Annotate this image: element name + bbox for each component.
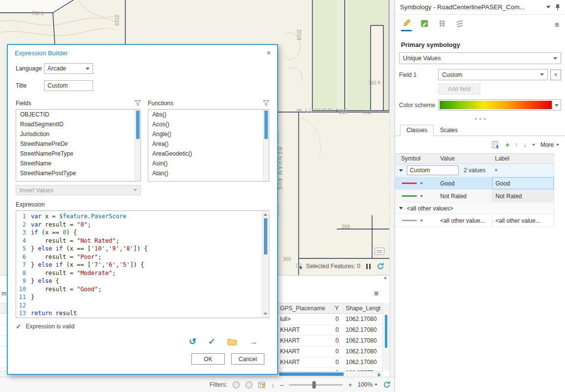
export-expression-icon[interactable]: → (249, 337, 258, 347)
value-cell[interactable]: <all other value... (440, 217, 492, 224)
class-row[interactable]: <all other value... <all other value... (395, 214, 554, 227)
chevron-down-icon[interactable] (420, 195, 423, 197)
function-item[interactable]: Asin() (148, 159, 262, 168)
class-group-row[interactable]: Custom 2 values × (395, 164, 554, 177)
zoom-in-button[interactable]: + (348, 381, 352, 389)
function-item[interactable]: Angle() (148, 129, 262, 139)
table-menu-icon[interactable]: ≡ (374, 289, 378, 298)
group-name-input[interactable]: Custom (407, 165, 459, 175)
code-line[interactable]: 7} else if (x == ['7','6','5']) { (16, 261, 262, 269)
tab-primary-symbology[interactable] (401, 19, 412, 31)
all-other-values-group[interactable]: <all other values> (395, 203, 554, 214)
panel-menu-chevron[interactable] (546, 6, 550, 8)
panel-options-icon[interactable]: ≡ (555, 21, 559, 29)
open-folder-icon[interactable] (227, 338, 237, 346)
remove-field-button[interactable]: × (550, 69, 561, 80)
code-line[interactable]: 5} else if (x == ['10','9','8']) { (16, 245, 262, 253)
chevron-down-icon[interactable] (420, 183, 423, 184)
scrollbar[interactable] (135, 110, 141, 181)
field1-dropdown[interactable]: Custom (438, 69, 548, 80)
column-header[interactable]: Y (327, 305, 339, 312)
function-item[interactable]: Atan() (148, 168, 262, 178)
functions-listbox[interactable]: Abs()Acos()Angle()Area()AreaGeodetic()As… (148, 109, 269, 182)
zoom-out-button[interactable]: – (280, 381, 284, 389)
ok-button[interactable]: OK (191, 353, 225, 365)
splitter-handle[interactable] (479, 118, 481, 120)
code-line[interactable]: 13return result (16, 309, 262, 318)
sync-selection-icon[interactable]: ↕ (271, 381, 275, 389)
code-line[interactable]: 10 result = "Good"; (16, 285, 262, 294)
extent-filter-icon[interactable] (233, 381, 240, 389)
scroll-down-arrow[interactable] (263, 313, 267, 315)
tab-classes[interactable]: Classes (400, 125, 434, 136)
line-symbol-swatch[interactable] (402, 220, 417, 221)
label-cell[interactable]: Not Rated (492, 190, 554, 202)
symbol-cell[interactable] (395, 220, 440, 222)
zoom-level-dropdown[interactable]: 100% (357, 381, 377, 388)
verify-expression-icon[interactable]: ✓ (208, 336, 215, 347)
insert-values-dropdown[interactable]: Insert Values (16, 185, 141, 195)
scrollbar-thumb[interactable] (264, 111, 268, 139)
scrollbar[interactable] (263, 110, 269, 181)
add-class-button[interactable]: + (505, 140, 510, 149)
chevron-down-icon[interactable] (420, 220, 423, 222)
field-item[interactable]: RoadSegmentID (16, 119, 134, 129)
more-button[interactable]: More (541, 141, 559, 148)
function-item[interactable]: AreaGeodetic() (148, 149, 262, 159)
cancel-button[interactable]: Cancel (231, 353, 264, 365)
vertical-scrollbar[interactable] (382, 303, 389, 371)
collapse-group-chevron[interactable] (399, 207, 403, 209)
code-line[interactable]: 1var x = $feature.PaserScore (16, 212, 262, 221)
fields-listbox[interactable]: OBJECTIDRoadSegmentIDJurisdictionStreetN… (16, 109, 141, 182)
remove-group-button[interactable]: × (494, 167, 498, 174)
move-down-button[interactable]: ↓ (523, 141, 527, 148)
collapse-table-chevron[interactable] (384, 277, 387, 279)
code-line[interactable]: 9} else { (16, 277, 262, 285)
code-line[interactable]: 12 (16, 301, 262, 310)
code-line[interactable]: 11} (16, 293, 262, 301)
chevron-down-icon[interactable] (532, 144, 535, 146)
close-icon[interactable]: × (267, 49, 271, 57)
line-symbol-swatch[interactable] (402, 183, 417, 184)
line-symbol-swatch[interactable] (402, 195, 417, 197)
tab-attribute-symbology[interactable] (437, 19, 447, 31)
scrollbar-thumb[interactable] (136, 111, 140, 139)
scrollbar-thumb[interactable] (385, 315, 387, 348)
scrollbar-thumb[interactable] (264, 218, 267, 254)
add-values-icon[interactable] (492, 140, 500, 149)
code-line[interactable]: 4 result = "Not Rated"; (16, 237, 262, 245)
zoom-slider[interactable] (289, 384, 343, 386)
scroll-up-arrow[interactable] (263, 213, 267, 216)
class-row[interactable]: Not Rated Not Rated (395, 190, 554, 203)
color-scheme-dropdown[interactable] (438, 99, 561, 111)
filter-fields-icon[interactable] (135, 100, 141, 106)
pin-icon[interactable] (555, 4, 560, 11)
label-cell[interactable]: <all other value... (492, 214, 554, 227)
scrollbar-thumb[interactable] (279, 372, 344, 376)
scroll-right-arrow[interactable] (378, 373, 381, 377)
add-field-button[interactable]: Add field (438, 84, 480, 94)
pause-drawing-icon[interactable] (366, 264, 371, 269)
collapse-group-chevron[interactable] (399, 169, 403, 172)
symbol-cell[interactable] (395, 195, 440, 197)
function-item[interactable]: Abs() (148, 110, 262, 119)
tab-symbol-layer-drawing[interactable] (455, 19, 465, 31)
undo-icon[interactable]: ↺ (189, 336, 196, 347)
function-item[interactable]: Area() (148, 139, 262, 149)
refresh-icon[interactable] (383, 381, 391, 389)
zoom-slider-thumb[interactable] (312, 381, 316, 389)
tab-vary-symbology[interactable] (420, 19, 429, 31)
code-line[interactable]: 6 result = "Poor"; (16, 253, 262, 261)
tab-scales[interactable]: Scales (434, 125, 464, 136)
field-item[interactable]: Jurisdiction (16, 129, 134, 139)
move-up-button[interactable]: ↑ (515, 141, 518, 148)
label-cell[interactable]: Good (492, 177, 554, 189)
field-item[interactable]: StreetNamePreDir (16, 139, 134, 149)
field-item[interactable]: StreetName (16, 159, 134, 168)
field-item[interactable]: StreetNamePostType (16, 168, 134, 178)
expression-code-editor[interactable]: 1var x = $feature.PaserScore2var result … (16, 210, 269, 318)
field-item[interactable]: StreetNamePreType (16, 149, 134, 159)
column-header[interactable]: Shape_Lengt (346, 305, 380, 312)
symbol-cell[interactable] (395, 183, 440, 184)
symbology-method-dropdown[interactable]: Unique Values (399, 52, 561, 64)
